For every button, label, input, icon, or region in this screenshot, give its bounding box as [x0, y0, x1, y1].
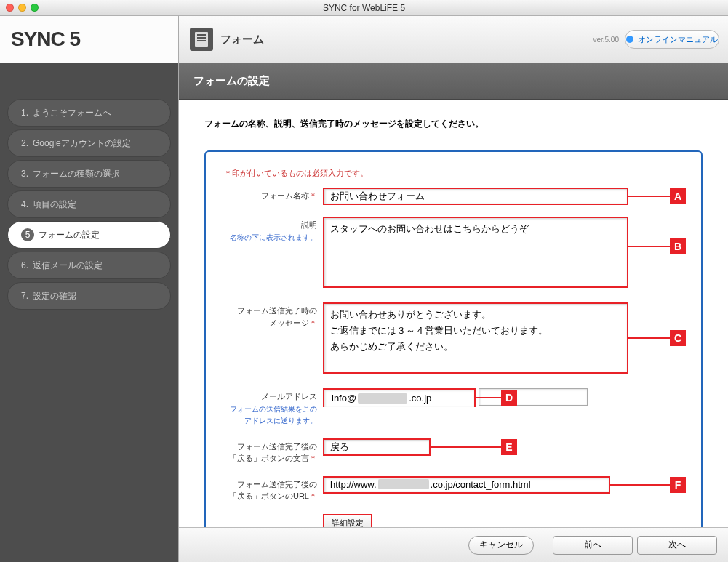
complete-msg-textarea[interactable]: お問い合わせありがとうございます。 ご返信までには３～４営業日いただいております… [323, 302, 628, 374]
prev-button[interactable]: 前へ [553, 536, 633, 555]
app-logo: SYNC 5 [0, 16, 178, 63]
window-title: SYNC for WebLiFE 5 [323, 3, 405, 13]
window-titlebar: SYNC for WebLiFE 5 [0, 0, 728, 16]
sidebar-nav: 1.ようこそフォームへ 2.Googleアカウントの設定 3.フォームの種類の選… [0, 63, 178, 562]
email-hint: フォームの送信結果をこのアドレスに送ります。 [230, 405, 317, 425]
form-icon [190, 28, 213, 51]
next-button[interactable]: 次へ [637, 536, 717, 555]
return-url-input[interactable] [323, 476, 610, 494]
footer-bar: キャンセル 前へ 次へ [179, 527, 728, 562]
email-input[interactable] [324, 390, 474, 407]
callout-f: F [670, 477, 686, 493]
required-note: ＊印が付いているものは必須入力です。 [224, 168, 683, 179]
cancel-button[interactable]: キャンセル [468, 536, 534, 555]
description-label: 説明 [301, 220, 317, 229]
sidebar-item-fields[interactable]: 4.項目の設定 [7, 190, 171, 218]
description-hint: 名称の下に表示されます。 [230, 233, 317, 241]
content-area: フォームの名称、説明、送信完了時のメッセージを設定してください。 ＊印が付いてい… [179, 100, 728, 527]
close-window-button[interactable] [6, 4, 14, 12]
return-url-label: フォーム送信完了後の 「戻る」ボタンのURL [229, 480, 317, 501]
return-text-label: フォーム送信完了後の 「戻る」ボタンの文言 [229, 442, 317, 463]
return-text-input[interactable] [323, 438, 431, 456]
form-name-label: フォーム名称 [261, 191, 309, 200]
sidebar-item-confirm[interactable]: 7.設定の確認 [7, 282, 171, 310]
callout-e: E [501, 439, 517, 455]
sidebar-item-welcome[interactable]: 1.ようこそフォームへ [7, 99, 171, 127]
sidebar-item-form-settings[interactable]: 5フォームの設定 [7, 221, 171, 249]
version-label: ver.5.00 [593, 36, 619, 44]
callout-b: B [670, 238, 686, 254]
callout-d: D [501, 390, 517, 406]
dot-icon [626, 36, 633, 43]
callout-a: A [670, 188, 686, 204]
sidebar-item-reply-mail[interactable]: 6.返信メールの設定 [7, 252, 171, 279]
online-manual-button[interactable]: オンラインマニュアル [625, 30, 719, 49]
email-label: メールアドレス [261, 392, 317, 401]
instruction-text: フォームの名称、説明、送信完了時のメッセージを設定してください。 [204, 118, 703, 130]
callout-c: C [670, 330, 686, 346]
sidebar-item-form-type[interactable]: 3.フォームの種類の選択 [7, 160, 171, 188]
section-header: フォームの設定 [179, 63, 728, 100]
form-name-input[interactable] [323, 188, 628, 205]
header-title: フォーム [220, 33, 264, 47]
description-textarea[interactable]: スタッフへのお問い合わせはこちらからどうぞ [323, 217, 628, 288]
sidebar-item-google-account[interactable]: 2.Googleアカウントの設定 [7, 129, 171, 157]
minimize-window-button[interactable] [18, 4, 26, 12]
zoom-window-button[interactable] [31, 4, 39, 12]
content-header: フォーム ver.5.00 オンラインマニュアル [179, 16, 728, 63]
detail-settings-button[interactable]: 詳細設定 [323, 514, 372, 528]
form-box: ＊印が付いているものは必須入力です。 フォーム名称＊ A 説明 [204, 150, 703, 527]
complete-msg-label: フォーム送信完了時の メッセージ [237, 306, 317, 327]
